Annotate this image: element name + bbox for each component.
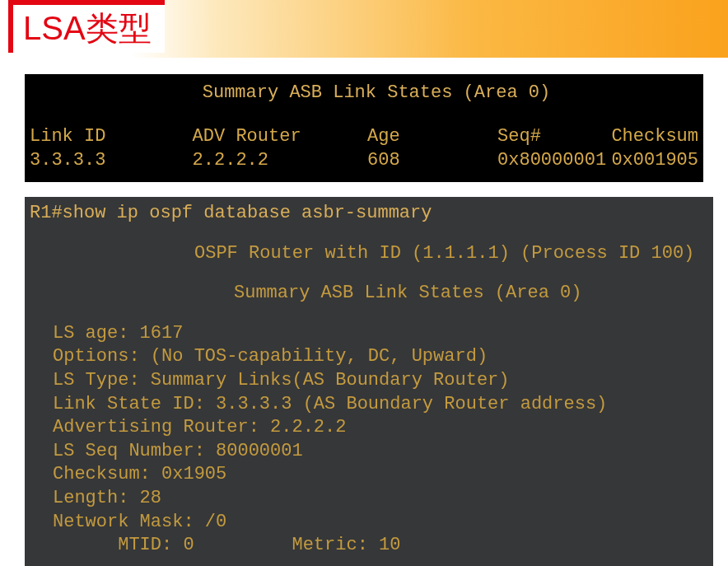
terminal1-data-row: 3.3.3.3 2.2.2.2 608 0x80000001 0x001905 xyxy=(30,148,698,172)
title-box: LSA类型 xyxy=(8,0,165,53)
terminal1-columns-row: Link ID ADV Router Age Seq# Checksum xyxy=(30,124,698,148)
mtid-metric-line: MTID: 0 Metric: 10 xyxy=(30,534,705,558)
terminal-output-detail: R1#show ip ospf database asbr-summary OS… xyxy=(25,197,713,566)
checksum-line: Checksum: 0x1905 xyxy=(30,463,705,487)
ls-type-line: LS Type: Summary Links(AS Boundary Route… xyxy=(30,369,705,393)
slide-header: LSA类型 xyxy=(0,0,728,58)
link-state-id-line: Link State ID: 3.3.3.3 (AS Boundary Rout… xyxy=(30,393,705,417)
cell-linkid: 3.3.3.3 xyxy=(30,150,193,171)
slide-title: LSA类型 xyxy=(23,12,152,44)
col-header-seq: Seq# xyxy=(497,126,611,147)
terminal-output-summary: Summary ASB Link States (Area 0) Link ID… xyxy=(25,74,703,182)
cell-seq: 0x80000001 xyxy=(497,150,611,171)
spacer xyxy=(30,226,705,242)
col-header-linkid: Link ID xyxy=(30,126,193,147)
options-line: Options: (No TOS-capability, DC, Upward) xyxy=(30,345,705,369)
cell-chk: 0x001905 xyxy=(611,150,698,171)
summary-asb-header: Summary ASB Link States (Area 0) xyxy=(30,282,705,306)
col-header-age: Age xyxy=(367,126,497,147)
ospf-router-header: OSPF Router with ID (1.1.1.1) (Process I… xyxy=(30,242,705,266)
cell-adv: 2.2.2.2 xyxy=(193,150,367,171)
spacer xyxy=(30,306,705,322)
ls-seq-line: LS Seq Number: 80000001 xyxy=(30,440,705,464)
spacer xyxy=(30,265,705,282)
col-header-adv: ADV Router xyxy=(193,126,367,147)
terminal1-header: Summary ASB Link States (Area 0) xyxy=(30,82,698,103)
col-header-chk: Checksum xyxy=(611,126,698,147)
adv-router-line: Advertising Router: 2.2.2.2 xyxy=(30,416,705,440)
cell-age: 608 xyxy=(367,150,497,171)
length-line: Length: 28 xyxy=(30,487,705,511)
ls-age-line: LS age: 1617 xyxy=(30,322,705,346)
netmask-line: Network Mask: /0 xyxy=(30,511,705,535)
cli-command: R1#show ip ospf database asbr-summary xyxy=(30,202,705,226)
